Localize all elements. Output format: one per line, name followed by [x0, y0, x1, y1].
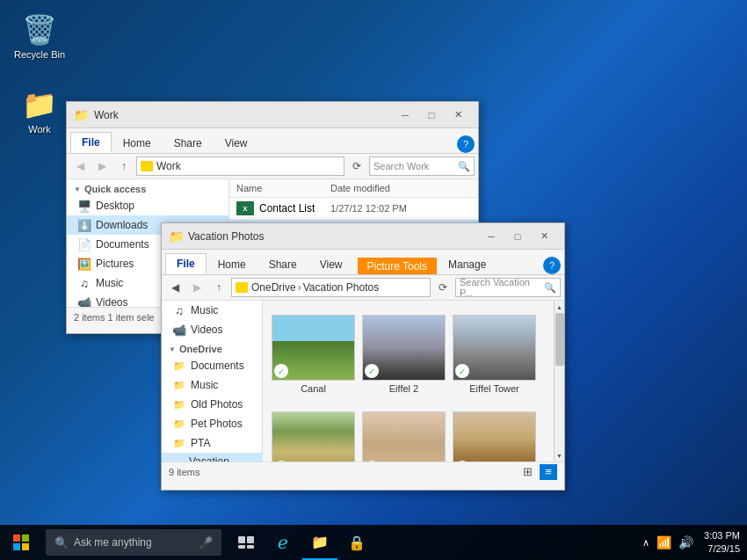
vacation-search-text: Search Vacation P...: [460, 277, 544, 298]
work-col-date[interactable]: Date modified: [330, 183, 471, 193]
vacation-search-box[interactable]: Search Vacation P... 🔍: [455, 278, 561, 297]
vacation-sidebar-pta[interactable]: 📁 PTA: [162, 433, 262, 453]
work-sidebar-videos-label: Videos: [96, 296, 127, 307]
vacation-help-button[interactable]: ?: [543, 257, 561, 274]
work-refresh-button[interactable]: ⟳: [347, 156, 366, 176]
me-image: ✓: [362, 411, 446, 462]
vacation-sidebar-vacation-photos[interactable]: 📁 Vacation Photos: [162, 453, 262, 462]
vacation-scrollbar[interactable]: ▲ ▼: [554, 301, 564, 462]
vacation-tab-manage[interactable]: Manage: [437, 254, 497, 274]
vacation-tab-file[interactable]: File: [165, 253, 207, 274]
vacation-sidebar: ♫ Music 📹 Videos OneDrive 📁 Documents 📁 …: [162, 301, 263, 462]
vacation-photo-eiffel2[interactable]: ✓ Eiffel 2: [362, 309, 446, 399]
taskbar-microphone-icon: 🎤: [199, 536, 213, 549]
vacation-tab-home[interactable]: Home: [207, 254, 257, 274]
vacation-photo-lozere[interactable]: ✓ Lozere: [272, 406, 355, 462]
taskbar-search[interactable]: 🔍 Ask me anything 🎤: [46, 529, 221, 556]
vacation-view-grid-button[interactable]: ⊞: [519, 464, 536, 480]
vacation-scroll-up[interactable]: ▲: [555, 301, 565, 313]
vacation-status-right: ⊞ ≡: [519, 464, 557, 480]
work-help-button[interactable]: ?: [457, 135, 475, 153]
vacation-forward-button[interactable]: ▶: [187, 278, 207, 297]
work-maximize-button[interactable]: □: [418, 105, 445, 126]
vacation-sidebar-documents[interactable]: 📁 Documents: [162, 356, 262, 375]
work-quick-access-header[interactable]: Quick access: [67, 179, 228, 196]
vacation-onedrive-header[interactable]: OneDrive: [162, 339, 262, 356]
start-button[interactable]: [0, 525, 42, 560]
work-search-box[interactable]: Search Work 🔍: [369, 156, 475, 176]
vacation-back-button[interactable]: ◀: [165, 278, 185, 297]
recycle-bin-image: 🗑️: [22, 12, 57, 47]
taskbar-explorer-button[interactable]: 📁: [302, 525, 337, 560]
taskbar-volume-icon[interactable]: 🔊: [678, 535, 693, 549]
work-sidebar-desktop[interactable]: 🖥️ Desktop: [67, 196, 228, 215]
vacation-tab-share[interactable]: Share: [257, 254, 308, 274]
mike-image: ✓: [453, 411, 536, 462]
work-tab-share[interactable]: Share: [163, 133, 214, 153]
work-tab-home[interactable]: Home: [112, 133, 163, 153]
vacation-photo-eiffel-tower[interactable]: ✓ Eiffel Tower: [453, 309, 536, 399]
lozere-image: ✓: [272, 411, 355, 462]
windows-logo-icon: [13, 535, 29, 550]
vacation-sidebar-od-music[interactable]: 📁 Music: [162, 375, 262, 395]
vacation-scroll-down[interactable]: ▼: [555, 449, 565, 462]
vacation-sidebar-music[interactable]: ♫ Music: [162, 301, 262, 320]
vacation-explorer-body: ♫ Music 📹 Videos OneDrive 📁 Documents 📁 …: [162, 301, 564, 462]
work-address-bar: ◀ ▶ ↑ Work ⟳ Search Work 🔍: [67, 154, 478, 179]
work-close-button[interactable]: ✕: [445, 105, 471, 126]
vacation-sidebar-pta-label: PTA: [191, 437, 210, 449]
eiffel-tower-image: ✓: [453, 315, 536, 381]
svg-rect-7: [247, 545, 254, 549]
vacation-search-icon: 🔍: [544, 282, 556, 294]
task-view-icon: [238, 536, 254, 549]
vacation-up-button[interactable]: ↑: [209, 278, 228, 297]
work-tab-file[interactable]: File: [70, 132, 112, 153]
work-back-button[interactable]: ◀: [70, 156, 90, 176]
work-minimize-button[interactable]: ─: [392, 105, 418, 126]
vacation-sidebar-documents-label: Documents: [191, 360, 244, 372]
work-up-button[interactable]: ↑: [114, 156, 134, 176]
taskbar-date: 7/29/15: [704, 542, 740, 556]
recycle-bin-icon[interactable]: 🗑️ Recycle Bin: [9, 9, 70, 63]
vacation-refresh-button[interactable]: ⟳: [433, 278, 453, 297]
work-tab-view[interactable]: View: [214, 133, 259, 153]
vacation-close-button[interactable]: ✕: [531, 226, 557, 247]
eiffel2-image: ✓: [362, 315, 446, 381]
vacation-tab-view[interactable]: View: [308, 254, 354, 274]
vacation-maximize-button[interactable]: □: [504, 226, 531, 247]
taskbar-network-icon[interactable]: 📶: [656, 535, 671, 549]
vacation-content-area: ✓ Canal ✓ Eiffel 2 ✓ Eiffel Tower: [263, 301, 564, 462]
taskbar-task-view-button[interactable]: [228, 525, 264, 560]
vacation-scroll-track: [555, 313, 564, 449]
svg-rect-1: [22, 535, 29, 542]
vacation-address-path[interactable]: OneDrive › Vacation Photos: [231, 278, 431, 297]
work-file-contact-list[interactable]: X Contact List 1/27/12 12:02 PM: [229, 198, 478, 220]
vacation-view-list-button[interactable]: ≡: [540, 464, 557, 480]
work-folder-icon[interactable]: 📁 Work: [9, 84, 70, 138]
taskbar-edge-button[interactable]: ℯ: [265, 525, 301, 560]
vacation-sidebar-videos[interactable]: 📹 Videos: [162, 320, 262, 339]
eiffel2-checkmark: ✓: [365, 364, 379, 378]
work-sidebar-music-label: Music: [96, 277, 123, 289]
work-address-path[interactable]: Work: [136, 156, 344, 176]
eiffel-tower-checkmark: ✓: [455, 364, 469, 378]
vacation-minimize-button[interactable]: ─: [478, 226, 504, 247]
taskbar-clock[interactable]: 3:03 PM 7/29/15: [704, 529, 740, 556]
taskbar-chevron-icon[interactable]: ∧: [642, 537, 649, 549]
vacation-photo-canal[interactable]: ✓ Canal: [272, 309, 355, 399]
vacation-scroll-thumb[interactable]: [555, 313, 564, 366]
eiffel2-label: Eiffel 2: [389, 383, 418, 394]
taskbar-time: 3:03 PM: [704, 529, 740, 542]
svg-rect-6: [238, 545, 245, 549]
vacation-sidebar-videos-label: Videos: [191, 324, 222, 336]
vacation-photo-mike[interactable]: ✓ Mike: [453, 406, 536, 462]
vac-doc-icon: 📁: [172, 359, 186, 373]
vacation-photo-me[interactable]: ✓ Me: [362, 406, 446, 462]
vacation-tab-picture-tools[interactable]: Picture Tools: [358, 258, 437, 274]
vacation-sidebar-old-photos[interactable]: 📁 Old Photos: [162, 395, 262, 414]
vacation-sidebar-pet-photos[interactable]: 📁 Pet Photos: [162, 414, 262, 433]
vacation-sidebar-od-music-label: Music: [191, 379, 218, 391]
work-col-name[interactable]: Name: [236, 183, 330, 193]
taskbar-lock-button[interactable]: 🔒: [339, 525, 374, 560]
work-forward-button[interactable]: ▶: [92, 156, 112, 176]
